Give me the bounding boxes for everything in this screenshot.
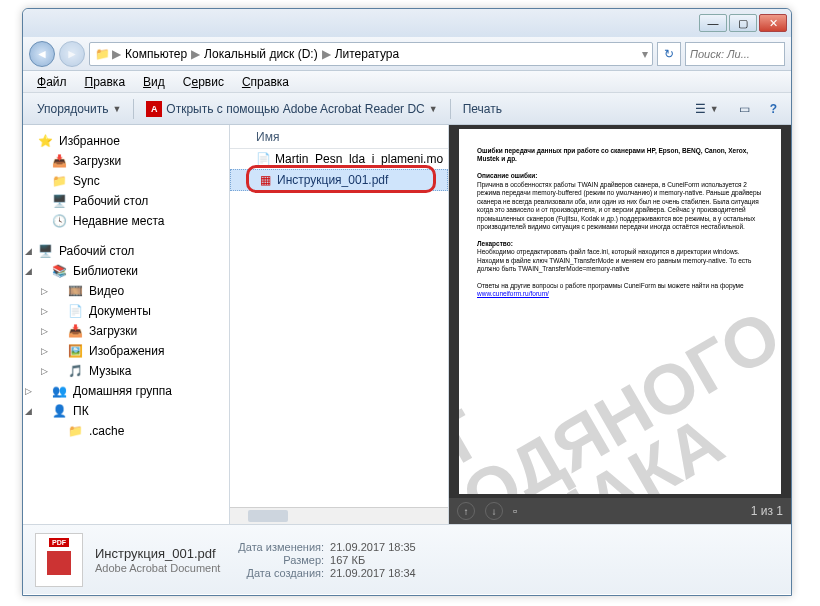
print-button[interactable]: Печать — [455, 98, 510, 120]
expander-icon[interactable]: ▷ — [41, 346, 48, 356]
nav-sync[interactable]: 📁Sync — [23, 171, 229, 191]
expander-icon[interactable]: ◢ — [25, 246, 32, 256]
acrobat-logo-icon — [47, 551, 71, 575]
nav-documents[interactable]: ▷📄Документы — [23, 301, 229, 321]
address-bar: ◄ ► 📁 ▶ Компьютер ▶ Локальный диск (D:) … — [23, 37, 791, 71]
breadcrumb-item[interactable]: Литература — [333, 47, 402, 61]
expander-icon[interactable]: ▷ — [41, 326, 48, 336]
scroll-thumb[interactable] — [248, 510, 288, 522]
nav-desktop[interactable]: 🖥️Рабочий стол — [23, 191, 229, 211]
doc-heading: Описание ошибки: — [477, 172, 537, 179]
file-list[interactable]: Имя 📄 Martin_Pesn_lda_i_plameni.mo ▦ Инс… — [230, 125, 449, 524]
file-item[interactable]: 📄 Martin_Pesn_lda_i_plameni.mo — [230, 149, 448, 169]
desktop-icon: 🖥️ — [51, 193, 67, 209]
expander-icon[interactable]: ◢ — [25, 406, 32, 416]
menu-edit[interactable]: Правка — [77, 73, 134, 91]
chevron-down-icon[interactable]: ▾ — [642, 47, 648, 61]
download-icon: 📥 — [51, 153, 67, 169]
file-name: Martin_Pesn_lda_i_plameni.mo — [275, 152, 443, 166]
nav-label: Библиотеки — [73, 264, 138, 278]
nav-downloads[interactable]: 📥Загрузки — [23, 151, 229, 171]
nav-label: Видео — [89, 284, 124, 298]
page-fit-button[interactable]: ▫ — [513, 504, 517, 518]
doc-icon: 📄 — [256, 151, 271, 167]
pdf-badge: PDF — [49, 538, 69, 547]
breadcrumb[interactable]: 📁 ▶ Компьютер ▶ Локальный диск (D:) ▶ Ли… — [89, 42, 653, 66]
expander-icon[interactable]: ▷ — [25, 386, 32, 396]
horizontal-scrollbar[interactable] — [230, 507, 448, 524]
breadcrumb-item[interactable]: Компьютер — [123, 47, 189, 61]
pdf-icon: ▦ — [257, 172, 273, 188]
print-label: Печать — [463, 102, 502, 116]
nav-pc[interactable]: ◢👤ПК — [23, 401, 229, 421]
organize-button[interactable]: Упорядочить ▼ — [29, 98, 129, 120]
breadcrumb-item[interactable]: Локальный диск (D:) — [202, 47, 320, 61]
modified-value: 21.09.2017 18:35 — [330, 541, 416, 553]
minimize-button[interactable]: — — [699, 14, 727, 32]
open-with-button[interactable]: A Открыть с помощью Adobe Acrobat Reader… — [138, 97, 445, 121]
file-name: Инструкция_001.pdf — [277, 173, 388, 187]
nav-pictures[interactable]: ▷🖼️Изображения — [23, 341, 229, 361]
chevron-down-icon: ▼ — [112, 104, 121, 114]
homegroup-icon: 👥 — [51, 383, 67, 399]
nav-label: Загрузки — [73, 154, 121, 168]
preview-pane-button[interactable]: ▭ — [731, 98, 758, 120]
nav-label: Загрузки — [89, 324, 137, 338]
next-page-button[interactable]: ↓ — [485, 502, 503, 520]
column-header-name[interactable]: Имя — [230, 125, 448, 149]
expander-icon[interactable]: ▷ — [41, 366, 48, 376]
nav-video[interactable]: ▷🎞️Видео — [23, 281, 229, 301]
folder-icon: 📁 — [67, 423, 83, 439]
doc-paragraph: Причина в особенностях работы TWAIN драй… — [477, 181, 763, 232]
details-filename: Инструкция_001.pdf — [95, 546, 220, 561]
toolbar: Упорядочить ▼ A Открыть с помощью Adobe … — [23, 93, 791, 125]
view-mode-button[interactable]: ☰ ▼ — [687, 98, 727, 120]
nav-libraries[interactable]: ◢📚Библиотеки — [23, 261, 229, 281]
content-area: ⭐Избранное 📥Загрузки 📁Sync 🖥️Рабочий сто… — [23, 125, 791, 524]
document-preview[interactable]: Ошибки передачи данных при работе со ска… — [459, 129, 781, 494]
nav-label: Недавние места — [73, 214, 164, 228]
doc-title: Ошибки передачи данных при работе со ска… — [477, 147, 748, 162]
preview-toolbar: ↑ ↓ ▫ 1 из 1 — [449, 498, 791, 524]
nav-label: Документы — [89, 304, 151, 318]
menu-file[interactable]: ФФайлайл — [29, 73, 75, 91]
nav-favorites[interactable]: ⭐Избранное — [23, 131, 229, 151]
video-icon: 🎞️ — [67, 283, 83, 299]
expander-icon[interactable]: ▷ — [41, 306, 48, 316]
refresh-button[interactable]: ↻ — [657, 42, 681, 66]
prev-page-button[interactable]: ↑ — [457, 502, 475, 520]
file-info: Инструкция_001.pdf Adobe Acrobat Documen… — [95, 546, 220, 574]
size-label: Размер: — [238, 554, 324, 566]
nav-label: ПК — [73, 404, 89, 418]
expander-icon[interactable]: ▷ — [41, 286, 48, 296]
open-with-label: Открыть с помощью Adobe Acrobat Reader D… — [166, 102, 424, 116]
close-button[interactable]: ✕ — [759, 14, 787, 32]
file-item-selected[interactable]: ▦ Инструкция_001.pdf — [230, 169, 448, 191]
search-input[interactable] — [685, 42, 785, 66]
nav-label: Избранное — [59, 134, 120, 148]
forward-button[interactable]: ► — [59, 41, 85, 67]
user-icon: 👤 — [51, 403, 67, 419]
maximize-button[interactable]: ▢ — [729, 14, 757, 32]
nav-music[interactable]: ▷🎵Музыка — [23, 361, 229, 381]
menu-view[interactable]: Вид — [135, 73, 173, 91]
menu-help[interactable]: Справка — [234, 73, 297, 91]
nav-label: Рабочий стол — [73, 194, 148, 208]
nav-downloads2[interactable]: ▷📥Загрузки — [23, 321, 229, 341]
file-thumbnail: PDF — [35, 533, 83, 587]
folder-icon: 📁 — [51, 173, 67, 189]
details-pane: PDF Инструкция_001.pdf Adobe Acrobat Doc… — [23, 524, 791, 594]
titlebar[interactable]: — ▢ ✕ — [23, 9, 791, 37]
nav-homegroup[interactable]: ▷👥Домашняя группа — [23, 381, 229, 401]
nav-recent[interactable]: 🕓Недавние места — [23, 211, 229, 231]
nav-desktop-root[interactable]: ◢🖥️Рабочий стол — [23, 241, 229, 261]
menu-tools[interactable]: Сервис — [175, 73, 232, 91]
nav-cache[interactable]: 📁.cache — [23, 421, 229, 441]
folder-icon: 📁 — [94, 46, 110, 62]
nav-label: Изображения — [89, 344, 164, 358]
expander-icon[interactable]: ◢ — [25, 266, 32, 276]
help-button[interactable]: ? — [762, 98, 785, 120]
back-button[interactable]: ◄ — [29, 41, 55, 67]
navigation-pane[interactable]: ⭐Избранное 📥Загрузки 📁Sync 🖥️Рабочий сто… — [23, 125, 230, 524]
doc-link[interactable]: www.cuneiform.ru/forum/ — [477, 290, 549, 297]
